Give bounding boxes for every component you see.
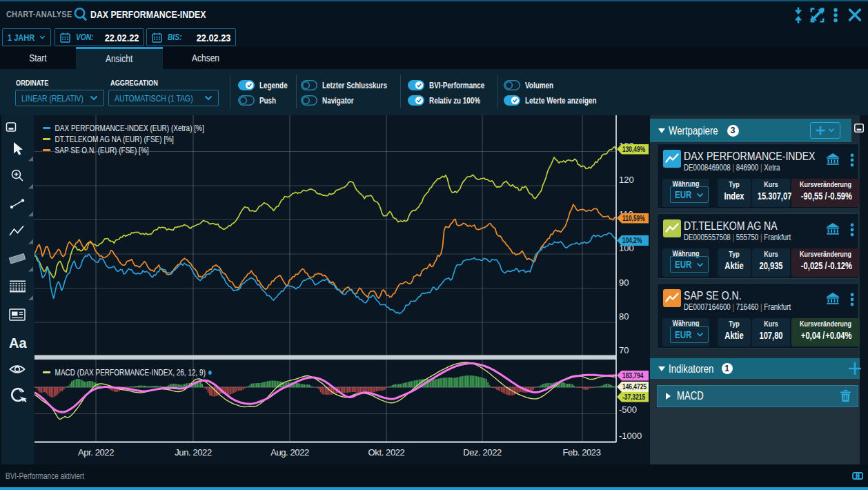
svg-text:Aa: Aa <box>9 335 27 351</box>
